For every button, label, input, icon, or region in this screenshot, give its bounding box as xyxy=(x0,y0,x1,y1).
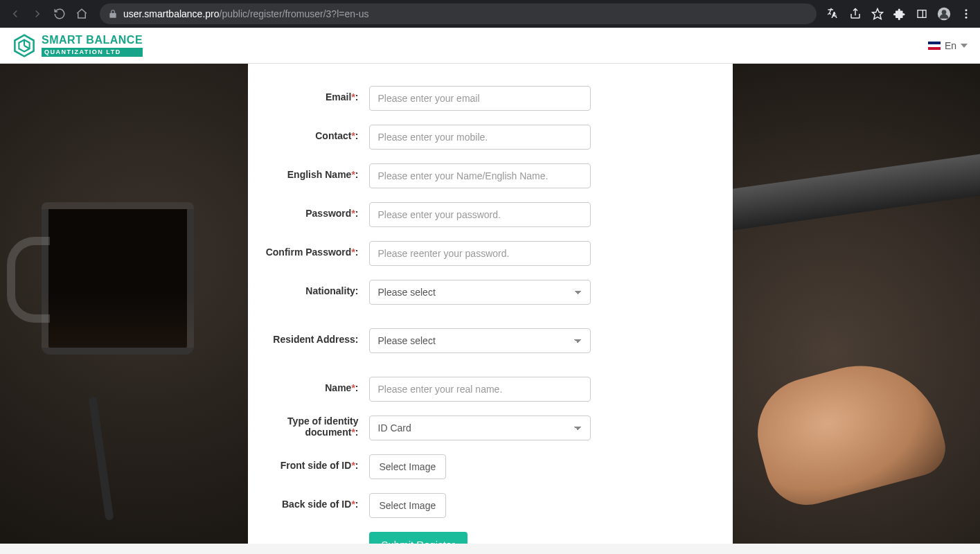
svg-marker-13 xyxy=(961,44,968,48)
svg-point-7 xyxy=(965,13,968,15)
lock-icon xyxy=(108,9,118,19)
confirm-password-label: Confirm Password*: xyxy=(248,241,369,258)
svg-point-6 xyxy=(965,9,968,11)
logo[interactable]: SMART BALANCE QUANTIZATION LTD xyxy=(12,34,143,57)
password-label: Password*: xyxy=(248,202,369,219)
language-switcher[interactable]: En xyxy=(928,40,968,51)
resident-address-label: Resident Address: xyxy=(248,328,369,345)
doctype-label: Type of identity document*: xyxy=(248,416,369,438)
menu-icon[interactable] xyxy=(958,6,974,22)
doctype-select[interactable]: ID Card xyxy=(369,416,591,440)
nationality-label: Nationality: xyxy=(248,280,369,296)
home-button[interactable] xyxy=(72,4,91,24)
translate-icon[interactable] xyxy=(825,6,841,22)
reload-button[interactable] xyxy=(50,4,69,24)
url-text: user.smartbalance.pro/public/register/fr… xyxy=(123,8,368,19)
nationality-select[interactable]: Please select xyxy=(369,280,591,305)
svg-marker-1 xyxy=(873,9,883,19)
svg-rect-2 xyxy=(918,10,926,18)
page-background: Email*: Contact*: English Name*: Passwor… xyxy=(0,64,980,544)
extensions-icon[interactable] xyxy=(891,6,908,22)
language-label: En xyxy=(945,40,956,51)
logo-subtitle: QUANTIZATION LTD xyxy=(42,48,143,57)
chevron-down-icon xyxy=(961,42,968,49)
front-id-label: Front side of ID*: xyxy=(248,454,369,471)
back-id-upload[interactable]: Select Image xyxy=(369,493,447,518)
footer-strip xyxy=(0,544,980,554)
email-label: Email*: xyxy=(248,86,369,102)
contact-label: Contact*: xyxy=(248,125,369,141)
english-name-label: English Name*: xyxy=(248,163,369,180)
email-field[interactable] xyxy=(369,86,591,111)
name-label: Name*: xyxy=(248,377,369,393)
english-name-field[interactable] xyxy=(369,163,591,188)
name-field[interactable] xyxy=(369,377,591,402)
forward-button[interactable] xyxy=(28,4,47,24)
front-id-upload[interactable]: Select Image xyxy=(369,454,447,479)
svg-point-5 xyxy=(942,10,947,15)
share-icon[interactable] xyxy=(847,6,864,22)
password-field[interactable] xyxy=(369,202,591,227)
logo-icon xyxy=(12,34,36,57)
submit-register-button[interactable]: Submit Register xyxy=(369,532,468,544)
contact-field[interactable] xyxy=(369,125,591,150)
browser-toolbar: user.smartbalance.pro/public/register/fr… xyxy=(0,0,980,28)
logo-title: SMART BALANCE xyxy=(42,35,143,46)
register-form: Email*: Contact*: English Name*: Passwor… xyxy=(248,64,733,544)
back-id-label: Back side of ID*: xyxy=(248,493,369,510)
back-button[interactable] xyxy=(6,4,25,24)
bookmark-icon[interactable] xyxy=(869,6,886,22)
site-header: SMART BALANCE QUANTIZATION LTD En xyxy=(0,28,980,64)
resident-address-select[interactable]: Please select xyxy=(369,328,591,353)
confirm-password-field[interactable] xyxy=(369,241,591,266)
profile-icon[interactable] xyxy=(936,6,952,22)
svg-line-12 xyxy=(24,46,30,48)
flag-icon xyxy=(928,42,941,50)
address-bar[interactable]: user.smartbalance.pro/public/register/fr… xyxy=(100,3,817,24)
svg-point-8 xyxy=(965,17,968,19)
panel-icon[interactable] xyxy=(914,6,930,22)
